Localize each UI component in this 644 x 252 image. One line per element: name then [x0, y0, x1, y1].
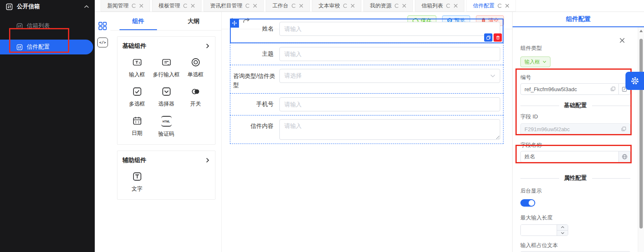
name-field-input[interactable] [279, 22, 500, 36]
close-icon[interactable] [191, 4, 195, 8]
sidebar-group-title: 公开信箱 [17, 3, 84, 10]
basic-components-header[interactable]: 基础组件 [122, 42, 210, 50]
letter-type-select[interactable]: 请选择 [279, 69, 500, 83]
refresh-icon[interactable] [291, 3, 296, 8]
component-radio[interactable]: 单选框 [181, 57, 210, 78]
resize-handle[interactable] [496, 135, 499, 139]
designer-icon-strip: </> [95, 12, 111, 252]
field-name-label: 字段名称 [520, 141, 630, 148]
component-library-icon[interactable] [95, 18, 110, 34]
tab-label: 工作台 [272, 2, 288, 9]
ref-input[interactable] [520, 83, 619, 95]
textarea-icon [162, 57, 171, 67]
chevron-up-icon[interactable] [84, 5, 89, 8]
component-textarea[interactable]: 多行输入框 [152, 57, 181, 78]
component-date[interactable]: 日期 [122, 116, 152, 138]
refresh-icon[interactable] [343, 3, 348, 8]
config-scrollbar[interactable] [638, 27, 644, 252]
tab-workbench[interactable]: 工作台 [266, 0, 310, 12]
field-label: 主题 [233, 50, 279, 58]
radio-icon [191, 57, 201, 67]
field-label: 姓名 [233, 25, 279, 33]
basic-components-card: 基础组件 输入框 多行输入框 单选框 多选框 选择器 [117, 36, 215, 145]
stepper-down-icon[interactable] [557, 231, 568, 236]
max-length-input[interactable] [521, 225, 557, 236]
field-name-input[interactable] [520, 151, 619, 163]
letter-content-textarea[interactable] [279, 119, 500, 140]
form-field-subject[interactable]: 主题 [230, 43, 503, 65]
tab-template-management[interactable]: 模板管理 [152, 0, 201, 12]
subject-field-input[interactable] [279, 47, 500, 61]
form-field-name[interactable]: 姓名 [230, 19, 503, 43]
close-icon[interactable] [253, 4, 257, 8]
close-icon[interactable] [454, 4, 458, 8]
settings-fab[interactable] [625, 72, 644, 90]
component-select[interactable]: 选择器 [152, 87, 181, 108]
close-icon[interactable] [299, 4, 303, 8]
copy-icon[interactable] [610, 86, 616, 92]
sidebar-item-label: 信件配置 [27, 43, 50, 51]
form-field-phone[interactable]: 手机号 [230, 93, 503, 115]
tab-label: 模板管理 [159, 2, 180, 9]
backend-display-label: 后台显示 [520, 187, 630, 194]
code-icon[interactable]: </> [95, 34, 110, 51]
tab-label: 文本审校 [318, 2, 340, 9]
tab-text-proofread[interactable]: 文本审校 [312, 0, 361, 12]
sidebar-group-header[interactable]: 公开信箱 [0, 0, 95, 13]
scroll-up-icon[interactable] [639, 30, 643, 32]
field-label: 手机号 [233, 101, 279, 108]
tab-label: 资讯栏目管理 [210, 2, 242, 9]
copy-component-button[interactable] [484, 33, 492, 42]
sidebar-item-mailbox-list[interactable]: 信箱列表 [0, 19, 95, 33]
form-field-letter-type[interactable]: 咨询类型/信件类型 请选择 [230, 65, 503, 94]
page-tabbar: 新闻管理 模板管理 资讯栏目管理 工作台 文本审校 我的资源 信箱列表 信件配置 [95, 0, 644, 12]
tab-letter-config[interactable]: 信件配置 [466, 0, 516, 12]
aux-components-header[interactable]: 辅助组件 [122, 156, 210, 164]
refresh-icon[interactable] [497, 3, 502, 8]
close-icon[interactable] [402, 4, 406, 8]
attrs-config-divider: 属性配置 [520, 174, 630, 182]
max-length-label: 最大输入长度 [520, 214, 630, 221]
refresh-icon[interactable] [446, 3, 451, 8]
move-icon[interactable] [230, 19, 239, 28]
refresh-icon[interactable] [183, 3, 188, 8]
backend-display-toggle[interactable] [520, 199, 535, 207]
delete-component-button[interactable] [494, 33, 502, 42]
max-length-stepper [520, 224, 568, 236]
component-label: 开关 [190, 100, 201, 108]
close-icon[interactable] [139, 4, 143, 8]
basic-config-divider: 基础配置 [520, 101, 630, 110]
tab-info-column-management[interactable]: 资讯栏目管理 [204, 0, 264, 12]
scrollbar-thumb[interactable] [639, 39, 643, 228]
tab-outline[interactable]: 大纲 [166, 12, 222, 30]
component-switch[interactable]: 开关 [181, 87, 210, 108]
group-title: 基础组件 [122, 42, 205, 50]
component-text[interactable]: 文字 [122, 172, 152, 193]
copy-icon[interactable] [621, 126, 626, 132]
close-icon[interactable] [351, 4, 355, 8]
component-label: 多选框 [129, 100, 145, 108]
close-icon[interactable] [619, 38, 625, 43]
globe-icon[interactable] [619, 151, 630, 163]
input-icon [132, 57, 142, 67]
close-icon[interactable] [505, 4, 509, 8]
component-input[interactable]: 输入框 [122, 57, 152, 78]
tab-mailbox-list[interactable]: 信箱列表 [415, 0, 464, 12]
component-checkbox[interactable]: 多选框 [122, 87, 152, 108]
phone-field-input[interactable] [279, 97, 500, 111]
component-captcha[interactable]: HTML 验证码 [152, 116, 181, 138]
field-id-input [520, 123, 630, 135]
tab-label: 新闻管理 [107, 2, 129, 9]
form-field-letter-content[interactable]: 信件内容 [230, 115, 503, 144]
sidebar-item-label: 信箱列表 [27, 22, 50, 30]
tab-my-resources[interactable]: 我的资源 [363, 0, 413, 12]
sidebar-item-letter-config[interactable]: 信件配置 [0, 40, 93, 54]
tab-news-management[interactable]: 新闻管理 [101, 0, 150, 12]
tab-components[interactable]: 组件 [110, 12, 166, 30]
refresh-icon[interactable] [245, 3, 250, 8]
tab-label: 我的资源 [370, 2, 391, 9]
refresh-icon[interactable] [131, 3, 136, 8]
stepper-up-icon[interactable] [557, 225, 568, 231]
component-type-select[interactable]: 输入框 [520, 57, 550, 67]
refresh-icon[interactable] [394, 3, 399, 8]
